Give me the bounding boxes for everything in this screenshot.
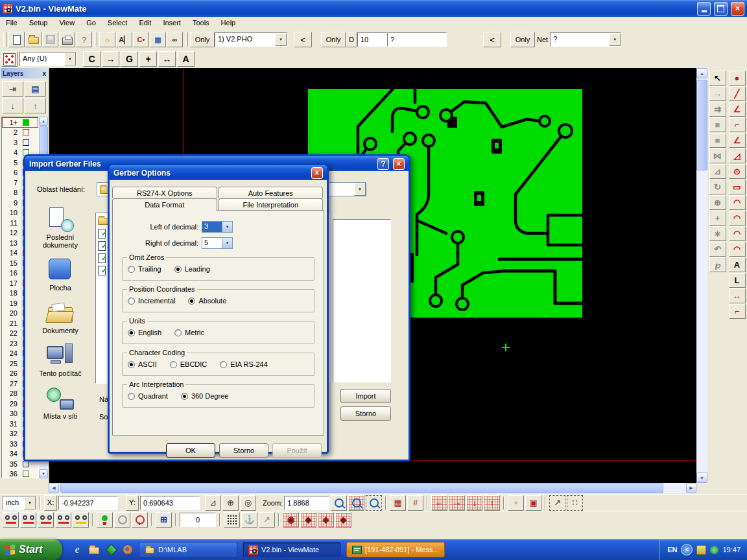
dcode-input[interactable]	[357, 32, 387, 47]
menu-item[interactable]: File	[0, 17, 23, 29]
aperture-flash-icon[interactable]: +	[139, 51, 157, 67]
pan-down-icon[interactable]: ↓	[466, 495, 482, 511]
paste-step-icon[interactable]: →	[709, 86, 726, 101]
vertical-scroll-thumb[interactable]	[696, 80, 707, 170]
canvas-vertical-scrollbar[interactable]: ▲ ▼	[696, 68, 707, 483]
aperture-text-icon[interactable]: A	[177, 51, 195, 67]
radio-option[interactable]: English	[128, 329, 161, 336]
rotate-icon[interactable]: ↻	[709, 180, 726, 194]
triangle-tool-icon[interactable]: ◿	[729, 148, 746, 163]
radio-option[interactable]: Leading	[174, 265, 210, 273]
toolbar-grip[interactable]	[185, 32, 188, 47]
view-layers-icon[interactable]	[20, 512, 36, 528]
hide-panel-icon[interactable]: ⇥	[2, 81, 23, 97]
context-help-icon[interactable]: ?	[76, 32, 92, 47]
layer-color-swatch[interactable]	[23, 139, 29, 146]
layer-up-icon[interactable]: ↑	[25, 98, 46, 113]
aperture-filter-combo[interactable]: Any (U)▼	[19, 52, 77, 66]
select-cursor-icon[interactable]: ↖	[709, 71, 726, 86]
lasso-icon[interactable]: ℘	[709, 257, 726, 272]
close-icon[interactable]: ×	[311, 167, 323, 179]
radio-icon[interactable]	[128, 298, 135, 305]
menu-item[interactable]: Tools	[187, 17, 215, 29]
view-sketch-icon[interactable]	[73, 512, 89, 528]
pad-edit-icon[interactable]: ◈	[318, 512, 334, 528]
notes-icon[interactable]	[105, 544, 117, 555]
layer-table-icon[interactable]: ▤	[25, 81, 46, 97]
copy-step-icon[interactable]: ⇉	[709, 102, 726, 117]
grid-large-icon[interactable]: ▣	[525, 495, 541, 511]
layer-color-swatch[interactable]	[23, 461, 29, 467]
new-file-icon[interactable]	[8, 32, 25, 47]
previous-net-button[interactable]: <	[483, 32, 501, 47]
ray-tool-icon[interactable]: ∠	[729, 133, 746, 148]
tab[interactable]: RS274-X Options	[112, 187, 217, 198]
view-flash-icon[interactable]	[55, 512, 71, 528]
menu-item[interactable]: Insert	[157, 17, 187, 29]
layer-combo[interactable]: 1) V2.PHO▼	[215, 32, 287, 47]
layers-panel-titlebar[interactable]: Layers x	[1, 68, 48, 78]
minimize-button[interactable]	[697, 2, 711, 16]
close-icon[interactable]: x	[42, 70, 46, 77]
corner-tool-icon[interactable]: ⌐	[729, 117, 746, 132]
fill-solid-icon[interactable]: ■	[709, 117, 726, 132]
radio-icon[interactable]	[181, 393, 188, 400]
ok-button[interactable]: OK	[166, 443, 215, 458]
place-documents[interactable]: Dokumenty	[30, 301, 90, 334]
help-icon[interactable]: ?	[377, 158, 389, 170]
chevron-down-icon[interactable]: ▼	[222, 222, 232, 232]
scroll-up-icon[interactable]: ▲	[696, 68, 707, 78]
menu-item[interactable]: View	[53, 17, 80, 29]
taskbar-task[interactable]: V2.bin - ViewMate	[243, 542, 341, 557]
zoom-window-icon[interactable]	[366, 495, 382, 511]
anchor-icon[interactable]: ⚓	[241, 512, 257, 528]
aperture-g-icon[interactable]: G	[121, 51, 138, 67]
lamp-probe-icon[interactable]	[132, 512, 148, 528]
start-button[interactable]: Start	[0, 539, 62, 560]
dcode-query-input[interactable]	[387, 32, 447, 47]
italic-text-tool-icon[interactable]: L	[729, 273, 746, 288]
line-tool-icon[interactable]: ╱	[729, 86, 746, 101]
close-button[interactable]: ×	[731, 2, 744, 16]
place-recent-documents[interactable]: Poslední dokumenty	[30, 207, 90, 249]
radio-icon[interactable]	[128, 361, 135, 368]
selected-files-listbox[interactable]	[333, 219, 391, 382]
horizontal-scroll-thumb[interactable]	[60, 483, 663, 493]
previous-layer-button[interactable]: <	[294, 32, 312, 47]
place-desktop[interactable]: Plocha	[30, 258, 90, 292]
scroll-right-icon[interactable]: ▶	[686, 483, 696, 493]
aperture-select-icon[interactable]	[1, 51, 18, 67]
tab[interactable]: Auto Features	[219, 187, 324, 198]
pan-up-icon[interactable]: ↑	[484, 495, 500, 511]
snap-grid-icon[interactable]	[224, 512, 240, 528]
maximize-button[interactable]	[714, 2, 728, 16]
dcode-list-icon[interactable]: C•	[133, 32, 149, 47]
view-selection-icon[interactable]	[38, 512, 54, 528]
tab[interactable]: Data Format	[112, 198, 217, 211]
zoom-in-icon[interactable]	[331, 495, 347, 511]
fill-pattern-icon[interactable]: ■	[709, 133, 726, 148]
menu-item[interactable]: Go	[80, 17, 102, 29]
folder-launch-icon[interactable]	[88, 544, 100, 555]
radio-option[interactable]: Quadrant	[128, 392, 168, 400]
undo-icon[interactable]: ↶	[709, 242, 726, 257]
radio-icon[interactable]	[128, 329, 135, 336]
radio-icon[interactable]	[128, 393, 135, 400]
grid-lines-icon[interactable]: #	[407, 495, 423, 511]
cancel-button[interactable]: Storno	[340, 406, 391, 421]
radio-option[interactable]: Incremental	[128, 297, 175, 305]
chevron-down-icon[interactable]: ▼	[64, 52, 76, 65]
chevron-down-icon[interactable]: ▼	[275, 33, 287, 46]
only-dcode-button[interactable]: Only	[321, 32, 346, 47]
radio-option[interactable]: ASCII	[128, 360, 157, 368]
decimal-combo[interactable]: 3 ▼	[202, 221, 233, 233]
menu-item[interactable]: Setup	[23, 17, 54, 29]
hide-icons-icon[interactable]: <	[681, 544, 693, 555]
scale-icon[interactable]: ⊕	[709, 195, 726, 210]
select-points-icon[interactable]: ∷	[567, 495, 583, 511]
cancel-button[interactable]: Storno	[219, 443, 268, 458]
highlight-mode-icon[interactable]	[97, 512, 113, 528]
scroll-left-icon[interactable]: ◀	[49, 483, 59, 493]
unit-combo[interactable]: inch▼	[3, 496, 36, 510]
angle-icon[interactable]: ⊿	[205, 495, 221, 511]
